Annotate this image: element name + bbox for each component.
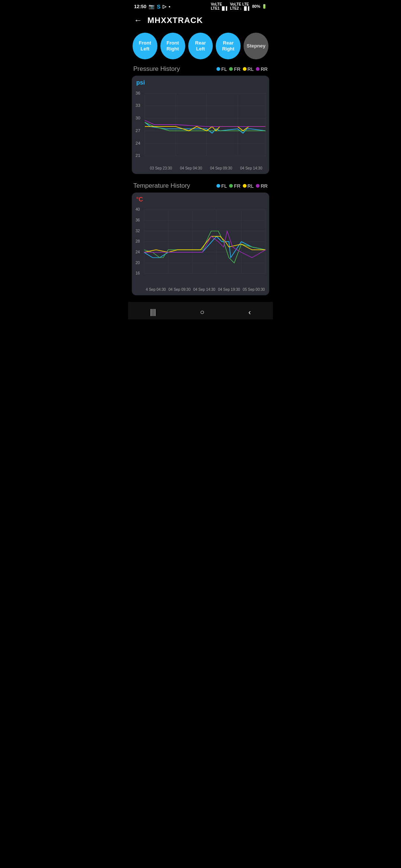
pressure-history-header: Pressure History FL FR RL RR: [128, 64, 273, 76]
temp-x-3: 04 Sep 19:30: [218, 287, 240, 292]
time-display: 12:50: [134, 4, 146, 9]
tire-btn-rl[interactable]: RearLeft: [188, 33, 213, 59]
temp-legend-fr: FR: [229, 183, 240, 189]
temp-legend: FL FR RL RR: [216, 183, 268, 189]
nav-back-icon[interactable]: ‹: [248, 308, 251, 316]
nav-recent-icon[interactable]: |||: [150, 308, 156, 316]
app-header: ← MHXXTRACK: [128, 12, 273, 30]
pressure-chart-container: psi 36 33 30 27 24 21 03 Sep 23:30: [132, 76, 269, 174]
pressure-x-0: 03 Sep 23:30: [150, 166, 172, 170]
legend-rl: RL: [243, 66, 254, 72]
temp-history-title: Temperature History: [133, 182, 190, 190]
temp-legend-rr: RR: [256, 183, 268, 189]
back-button[interactable]: ←: [134, 16, 142, 25]
temp-history-header: Temperature History FL FR RL RR: [128, 181, 273, 193]
legend-rr-dot: [256, 67, 260, 71]
svg-text:24: 24: [136, 141, 140, 145]
status-left: 12:50 📷 S ▷ •: [134, 3, 170, 10]
tire-buttons-group: FrontLeft FrontRight RearLeft RearRight …: [128, 30, 273, 64]
temp-chart-container: °C 40 36 32 28 24 20 16: [132, 193, 269, 295]
legend-rr: RR: [256, 66, 268, 72]
legend-fl-label: FL: [221, 66, 227, 72]
signal-lte2: VoLTE LTELTE2 ↓ ▐▌▌: [230, 2, 251, 10]
svg-text:28: 28: [136, 239, 140, 244]
legend-fr-label: FR: [234, 66, 240, 72]
temp-legend-rr-label: RR: [261, 183, 268, 189]
signal-lte1: VoLTELTE1 ▐▌▌: [211, 2, 229, 10]
legend-fr: FR: [229, 66, 240, 72]
temp-legend-fl: FL: [216, 183, 227, 189]
tire-btn-rr[interactable]: RearRight: [216, 33, 241, 59]
svg-text:27: 27: [136, 128, 140, 133]
temp-chart: 40 36 32 28 24 20 16: [135, 204, 266, 286]
pressure-x-1: 04 Sep 04:30: [180, 166, 202, 170]
svg-text:33: 33: [136, 103, 140, 108]
tire-btn-fl[interactable]: FrontLeft: [133, 33, 157, 59]
status-bar: 12:50 📷 S ▷ • VoLTELTE1 ▐▌▌ VoLTE LTELTE…: [128, 0, 273, 12]
battery-display: 80%: [252, 4, 260, 9]
status-right: VoLTELTE1 ▐▌▌ VoLTE LTELTE2 ↓ ▐▌▌ 80% 🔋: [211, 2, 267, 10]
legend-fl-dot: [216, 67, 220, 71]
svg-text:36: 36: [136, 91, 140, 95]
svg-text:16: 16: [136, 271, 140, 276]
tire-btn-stepney[interactable]: Stepney: [244, 33, 268, 59]
temp-legend-rr-dot: [256, 184, 260, 188]
temp-x-labels: 4 Sep 04:30 04 Sep 09:30 04 Sep 14:30 04…: [135, 286, 266, 292]
nav-bar: ||| ○ ‹: [128, 302, 273, 319]
temp-legend-rl-dot: [243, 184, 247, 188]
temp-legend-fl-dot: [216, 184, 220, 188]
temp-x-0: 4 Sep 04:30: [146, 287, 166, 292]
legend-rl-dot: [243, 67, 247, 71]
page-title: MHXXTRACK: [147, 16, 203, 25]
svg-text:36: 36: [136, 218, 140, 222]
pressure-chart: 36 33 30 27 24 21: [135, 88, 266, 165]
svg-text:20: 20: [136, 260, 140, 265]
svg-text:40: 40: [136, 207, 140, 211]
svg-text:32: 32: [136, 228, 140, 233]
play-icon: ▷: [163, 4, 166, 9]
temp-legend-fr-label: FR: [234, 183, 240, 189]
svg-text:21: 21: [136, 153, 140, 158]
pressure-legend: FL FR RL RR: [216, 66, 268, 72]
camera-icon: 📷: [149, 4, 154, 9]
pressure-history-title: Pressure History: [133, 65, 180, 73]
legend-rl-label: RL: [248, 66, 254, 72]
dot-icon: •: [169, 4, 170, 9]
nav-home-icon[interactable]: ○: [200, 308, 204, 316]
pressure-unit: psi: [135, 79, 266, 86]
temp-legend-rl-label: RL: [248, 183, 254, 189]
legend-fr-dot: [229, 67, 233, 71]
svg-text:24: 24: [136, 250, 140, 254]
legend-rr-label: RR: [261, 66, 268, 72]
temp-x-2: 04 Sep 14:30: [193, 287, 215, 292]
pressure-x-3: 04 Sep 14:30: [240, 166, 263, 170]
temp-legend-fl-label: FL: [221, 183, 227, 189]
temp-legend-fr-dot: [229, 184, 233, 188]
tire-btn-fr[interactable]: FrontRight: [160, 33, 185, 59]
pressure-x-labels: 03 Sep 23:30 04 Sep 04:30 04 Sep 09:30 0…: [135, 165, 266, 171]
legend-fl: FL: [216, 66, 227, 72]
temp-x-1: 04 Sep 09:30: [169, 287, 191, 292]
s-icon: S: [157, 3, 160, 10]
temp-x-4: 05 Sep 00:30: [243, 287, 265, 292]
svg-text:30: 30: [136, 116, 140, 120]
temp-unit: °C: [135, 196, 266, 203]
pressure-x-2: 04 Sep 09:30: [210, 166, 232, 170]
battery-icon: 🔋: [262, 4, 267, 9]
temp-legend-rl: RL: [243, 183, 254, 189]
